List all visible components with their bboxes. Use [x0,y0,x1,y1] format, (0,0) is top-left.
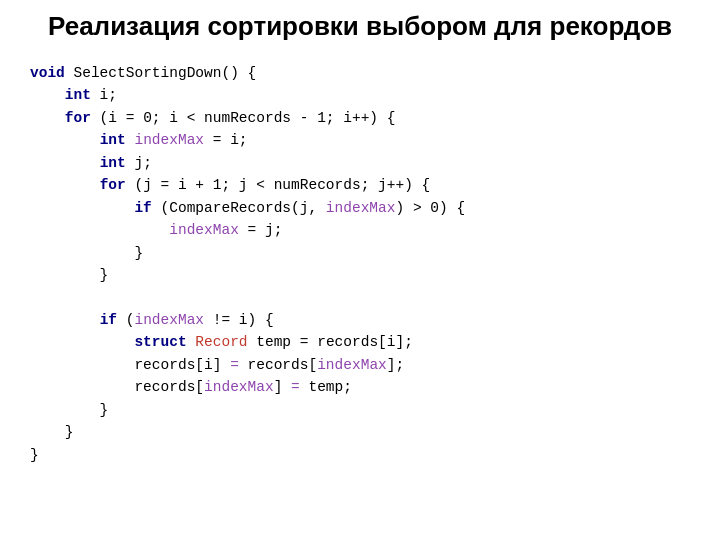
code-line-13: struct Record temp = records[i]; [30,331,700,353]
type-record: Record [195,334,247,350]
code-line-10: } [30,264,700,286]
var-indexmax-4: indexMax [134,312,204,328]
code-line-6: for (j = i + 1; j < numRecords; j++) { [30,174,700,196]
page-title: Реализация сортировки выбором для рекорд… [20,10,700,44]
keyword-if-1: if [134,200,151,216]
var-indexmax-1: indexMax [134,132,204,148]
code-line-12: if (indexMax != i) { [30,309,700,331]
var-indexmax-6: indexMax [204,379,274,395]
code-line-5: int j; [30,152,700,174]
var-indexmax-5: indexMax [317,357,387,373]
keyword-struct: struct [134,334,186,350]
keyword-if-2: if [100,312,117,328]
code-line-11 [30,286,700,308]
eq-1: = [230,357,239,373]
code-block: void SelectSortingDown() { int i; for (i… [20,62,700,466]
var-indexmax-2: indexMax [326,200,396,216]
code-line-8: indexMax = j; [30,219,700,241]
code-line-1: void SelectSortingDown() { [30,62,700,84]
code-line-14: records[i] = records[indexMax]; [30,354,700,376]
keyword-for-1: for [65,110,91,126]
keyword-for-2: for [100,177,126,193]
keyword-int-3: int [100,155,126,171]
keyword-int-1: int [65,87,91,103]
code-line-2: int i; [30,84,700,106]
eq-2: = [291,379,300,395]
code-line-7: if (CompareRecords(j, indexMax) > 0) { [30,197,700,219]
code-line-9: } [30,242,700,264]
code-line-16: } [30,399,700,421]
code-line-18: } [30,444,700,466]
code-line-4: int indexMax = i; [30,129,700,151]
page-container: Реализация сортировки выбором для рекорд… [0,0,720,540]
code-line-3: for (i = 0; i < numRecords - 1; i++) { [30,107,700,129]
keyword-void: void [30,65,65,81]
code-line-17: } [30,421,700,443]
var-indexmax-3: indexMax [169,222,239,238]
keyword-int-2: int [100,132,126,148]
code-line-15: records[indexMax] = temp; [30,376,700,398]
